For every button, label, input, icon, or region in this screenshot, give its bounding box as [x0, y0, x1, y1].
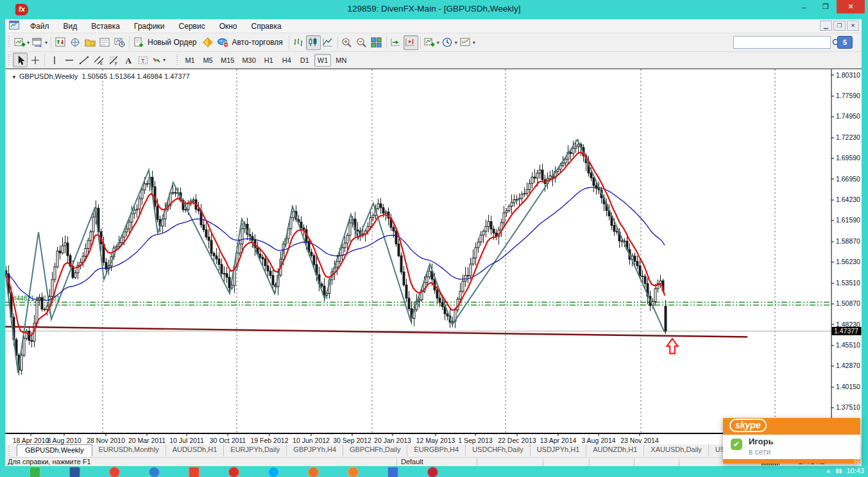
- market-watch-button[interactable]: [53, 35, 68, 50]
- chart-dropdown-icon[interactable]: ▼: [12, 74, 17, 80]
- autoscroll-button[interactable]: [389, 35, 404, 50]
- svg-text:1.47377: 1.47377: [834, 327, 858, 335]
- svg-text:F: F: [115, 61, 117, 65]
- tray-hidden-icons-chevron[interactable]: ▲: [826, 467, 831, 474]
- skype-notification[interactable]: skype ✔ Игорь в сети: [723, 418, 860, 464]
- title-bar[interactable]: fx 129859: DivenFX-Main - [GBPUSDh,Weekl…: [0, 0, 868, 19]
- crosshair-tool-button[interactable]: [28, 53, 42, 67]
- yandex-browser-icon[interactable]: [228, 467, 239, 477]
- candles: [5, 140, 667, 376]
- new-chart-button[interactable]: ▾: [13, 35, 31, 50]
- text-tool-button[interactable]: A: [121, 53, 135, 67]
- tile-windows-button[interactable]: [370, 35, 384, 50]
- menu-файл[interactable]: Файл: [23, 20, 56, 33]
- metaeditor-button[interactable]: [201, 35, 216, 50]
- status-profile[interactable]: Default: [401, 458, 423, 465]
- chart-system-menu-icon[interactable]: [9, 21, 19, 31]
- support-trendline[interactable]: [5, 326, 747, 337]
- word-icon[interactable]: [69, 467, 80, 477]
- menu-сервис[interactable]: Сервис: [172, 20, 212, 33]
- search-box[interactable]: [733, 36, 831, 49]
- firefox-icon[interactable]: [308, 467, 319, 477]
- zoom-out-button[interactable]: [355, 35, 370, 50]
- horizontal-line-tool-button[interactable]: [62, 53, 76, 67]
- chart-line-button[interactable]: [321, 35, 336, 50]
- menu-графики[interactable]: Графики: [127, 20, 172, 33]
- orange-ball-app-icon[interactable]: [348, 467, 359, 477]
- chart-tab-gbpusdh[interactable]: GBPUSDh,Weekly: [17, 444, 92, 456]
- timeframe-mn[interactable]: MN: [332, 54, 350, 67]
- chart-shift-button[interactable]: [404, 35, 418, 50]
- maximize-button[interactable]: ❐: [815, 0, 837, 13]
- mdi-close-button[interactable]: ✕: [847, 21, 859, 31]
- skype-icon[interactable]: [268, 467, 279, 477]
- svg-text:19 Feb 2012: 19 Feb 2012: [251, 437, 289, 444]
- chart-tab-eurusdh[interactable]: EURUSDh,Monthly: [92, 444, 166, 456]
- system-tray[interactable]: ▲ ▮▮ 10:43: [826, 464, 864, 477]
- terminal-button[interactable]: [98, 35, 112, 50]
- chart-tab-usdchfh[interactable]: USDCHFh,Daily: [466, 444, 530, 456]
- chart-tab-audusdh[interactable]: AUDUSDh,H1: [166, 444, 225, 456]
- red-letter-app-icon[interactable]: [189, 467, 200, 477]
- chart-tab-audnzdh[interactable]: AUDNZDh,H1: [586, 444, 644, 456]
- chrome-icon[interactable]: [109, 467, 120, 477]
- close-button[interactable]: ✕: [837, 0, 865, 13]
- timeframe-m1[interactable]: M1: [182, 54, 198, 67]
- strategy-tester-button[interactable]: [112, 35, 127, 50]
- svg-text:1.53510: 1.53510: [836, 279, 860, 287]
- taskbar-clock[interactable]: 10:43: [846, 467, 864, 474]
- trendline-tool-button[interactable]: [76, 53, 91, 67]
- menu-вид[interactable]: Вид: [56, 20, 85, 33]
- blue-sail-app-icon[interactable]: [149, 467, 160, 477]
- chart-tab-eurgbph[interactable]: EURGBPh,H4: [407, 444, 466, 456]
- periods-button[interactable]: ▾: [441, 35, 459, 50]
- text-label-tool-button[interactable]: T: [135, 53, 150, 67]
- chart-tab-gbpchfh[interactable]: GBPCHFh,Daily: [343, 444, 407, 456]
- ohlc-high: 1.51364: [109, 72, 135, 80]
- timeframe-m30[interactable]: M30: [239, 54, 259, 67]
- profiles-button[interactable]: ▾: [31, 35, 49, 50]
- timeframe-m5[interactable]: M5: [200, 54, 216, 67]
- community-chat-icon[interactable]: 5: [837, 36, 853, 49]
- equidistant-channel-tool-button[interactable]: E: [91, 53, 106, 67]
- search-input[interactable]: [734, 37, 830, 47]
- windows-store-icon[interactable]: [30, 467, 40, 477]
- blue-tile-app-icon[interactable]: [387, 467, 398, 477]
- new-order-button[interactable]: [132, 35, 146, 50]
- fibonacci-tool-button[interactable]: F: [106, 53, 121, 67]
- opera-icon[interactable]: [427, 467, 438, 477]
- timeframe-w1[interactable]: W1: [314, 54, 332, 67]
- mdi-restore-button[interactable]: ❐: [833, 21, 846, 31]
- vertical-line-tool-button[interactable]: [47, 53, 62, 67]
- up-arrow-marker[interactable]: [667, 339, 678, 353]
- cursor-tool-button[interactable]: [13, 53, 28, 67]
- chart-tab-gbpjpyh[interactable]: GBPJPYh,H4: [287, 444, 343, 456]
- tray-network-icon[interactable]: ▮▮: [836, 467, 842, 474]
- timeframe-m15[interactable]: M15: [217, 54, 237, 67]
- autotrading-button[interactable]: [216, 35, 231, 50]
- autotrading-label[interactable]: Авто-торговля: [232, 38, 283, 47]
- indicators-button[interactable]: ▾: [423, 35, 441, 50]
- menu-окно[interactable]: Окно: [212, 20, 244, 33]
- svg-text:3 Aug 2014: 3 Aug 2014: [581, 437, 615, 444]
- menu-справка[interactable]: Справка: [244, 20, 289, 33]
- navigator-button[interactable]: [83, 35, 98, 50]
- templates-button[interactable]: ▾: [459, 35, 477, 50]
- chart-tab-eurjpyh[interactable]: EURJPYh,Daily: [224, 444, 287, 456]
- new-order-label[interactable]: Новый Ордер: [148, 38, 196, 47]
- chart-bars-button[interactable]: [291, 35, 306, 50]
- price-chart[interactable]: ▼GBPUSDh,Weekly 1.50565 1.51364 1.46984 …: [5, 69, 862, 444]
- timeframe-h4[interactable]: H4: [278, 54, 295, 67]
- chart-tab-xauusdh[interactable]: XAUUSDh,Daily: [644, 444, 708, 456]
- menu-вставка[interactable]: Вставка: [84, 20, 127, 33]
- minimize-button[interactable]: –: [793, 0, 815, 13]
- zoom-in-button[interactable]: [340, 35, 355, 50]
- chart-tab-usdjpyh[interactable]: USDJPYh,H1: [531, 444, 587, 456]
- timeframe-d1[interactable]: D1: [296, 54, 313, 67]
- svg-text:1.45510: 1.45510: [836, 341, 860, 349]
- data-window-button[interactable]: [68, 35, 83, 50]
- mdi-minimize-button[interactable]: ▁: [820, 21, 832, 31]
- chart-candles-button[interactable]: [306, 35, 321, 50]
- arrows-tool-button[interactable]: ▾: [150, 53, 167, 67]
- timeframe-h1[interactable]: H1: [260, 54, 277, 67]
